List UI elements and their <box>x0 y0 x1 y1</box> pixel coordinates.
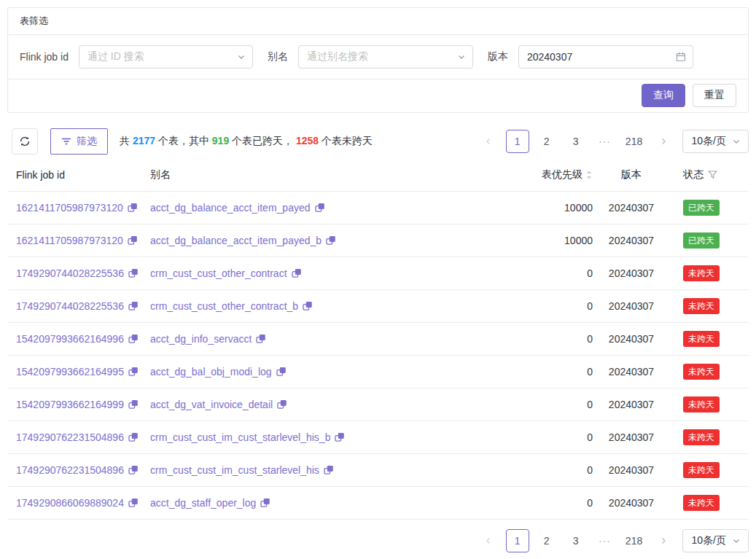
cell-alias: acct_dg_balance_acct_item_payed <box>150 202 498 214</box>
cell-version: 20240307 <box>593 464 670 476</box>
chevron-right-icon <box>659 137 668 146</box>
copy-icon[interactable] <box>128 268 139 278</box>
pagination-top: 123···21810条/页 <box>477 130 749 153</box>
table-row: 1749290744028225536 crm_cust_cust_other_… <box>7 290 749 323</box>
flink-job-id-link[interactable]: 1542097993662164999 <box>16 399 124 410</box>
copy-icon[interactable] <box>128 498 139 508</box>
alias-select[interactable]: 通过别名搜索 <box>298 45 473 69</box>
copy-icon[interactable] <box>324 465 334 475</box>
alias-link[interactable]: acct_dg_vat_invoice_detail <box>150 399 273 410</box>
priority-value: 0 <box>587 267 593 279</box>
copy-icon[interactable] <box>128 301 139 311</box>
table-row: 1749290866069889024 acct_dg_staff_oper_l… <box>7 487 749 520</box>
alias-link[interactable]: acct_dg_bal_obj_modi_log <box>150 366 272 378</box>
flink-job-id-link[interactable]: 1749290866069889024 <box>16 497 124 509</box>
sort-icon[interactable] <box>585 169 593 181</box>
copy-icon[interactable] <box>128 203 138 213</box>
cell-status: 未跨天 <box>670 462 749 478</box>
copy-icon[interactable] <box>128 465 139 475</box>
copy-icon[interactable] <box>128 399 139 410</box>
copy-icon[interactable] <box>260 498 270 508</box>
flink-job-id-link[interactable]: 1749290762231504896 <box>16 464 124 476</box>
header-priority-label: 表优先级 <box>542 168 582 181</box>
pagination-next-button[interactable] <box>652 130 675 153</box>
cell-alias: acct_dg_balance_acct_item_payed_b <box>150 235 498 246</box>
flink-job-id-link[interactable]: 1749290744028225536 <box>16 300 124 312</box>
alias-link[interactable]: crm_cust_cust_im_cust_starlevel_his <box>150 464 319 476</box>
copy-icon[interactable] <box>292 268 302 278</box>
flink-job-id-link[interactable]: 1621411705987973120 <box>16 235 123 246</box>
search-button[interactable]: 查询 <box>642 84 685 107</box>
alias-link[interactable]: crm_cust_cust_im_cust_starlevel_his_b <box>150 431 330 443</box>
page-button-3[interactable]: 3 <box>564 130 588 153</box>
table-row: 1542097993662164995 acct_dg_bal_obj_modi… <box>7 356 749 388</box>
alias-link[interactable]: acct_dg_staff_oper_log <box>150 497 256 509</box>
cell-flink-job-id: 1621411705987973120 <box>7 235 150 246</box>
status-badge: 未跨天 <box>683 495 720 511</box>
page-button-1[interactable]: 1 <box>506 529 529 552</box>
priority-value: 0 <box>587 497 593 509</box>
cell-priority: 0 <box>498 497 593 509</box>
copy-icon[interactable] <box>326 235 336 246</box>
copy-icon[interactable] <box>303 301 313 311</box>
results-table: Flink job id 别名 表优先级 版本 状态 1621411705987… <box>7 159 749 520</box>
flink-job-id-select[interactable]: 通过 ID 搜索 <box>79 45 253 69</box>
page-button-2[interactable]: 2 <box>535 130 558 153</box>
flink-job-id-link[interactable]: 1542097993662164995 <box>16 366 124 378</box>
cell-alias: crm_cust_cust_other_contract <box>150 267 498 279</box>
cell-version: 20240307 <box>593 333 670 345</box>
refresh-button[interactable] <box>12 128 38 155</box>
copy-icon[interactable] <box>128 367 139 377</box>
pagination-ellipsis[interactable]: ··· <box>593 130 617 153</box>
copy-icon[interactable] <box>256 334 266 344</box>
pagination-prev-button[interactable] <box>477 529 500 552</box>
copy-icon[interactable] <box>315 203 325 213</box>
page-size-select[interactable]: 10条/页 <box>682 529 749 552</box>
pagination-prev-button[interactable] <box>477 130 500 153</box>
filter-toggle-button[interactable]: 筛选 <box>50 128 108 155</box>
cell-flink-job-id: 1621411705987973120 <box>7 202 150 214</box>
page-button-3[interactable]: 3 <box>564 529 588 552</box>
table-row: 1621411705987973120 acct_dg_balance_acct… <box>7 224 749 257</box>
status-badge: 未跨天 <box>683 462 720 478</box>
status-badge: 未跨天 <box>683 331 720 347</box>
page-button-2[interactable]: 2 <box>535 529 558 552</box>
reset-button[interactable]: 重置 <box>693 84 736 107</box>
copy-icon[interactable] <box>277 399 287 410</box>
alias-link[interactable]: acct_dg_info_servacct <box>150 333 252 345</box>
cell-status: 未跨天 <box>670 495 749 511</box>
copy-icon[interactable] <box>128 334 139 344</box>
cell-flink-job-id: 1749290744028225536 <box>7 267 150 279</box>
pagination-next-button[interactable] <box>652 529 675 552</box>
flink-job-id-link[interactable]: 1542097993662164996 <box>16 333 124 345</box>
header-status-label: 状态 <box>683 168 704 181</box>
alias-link[interactable]: crm_cust_cust_other_contract_b <box>150 300 298 312</box>
filter-panel: 表筛选 Flink job id 通过 ID 搜索 别名 通过别名搜索 <box>7 7 749 113</box>
cell-status: 未跨天 <box>670 298 749 314</box>
flink-job-id-label: Flink job id <box>20 51 69 63</box>
summary-text: 共 2177 个表，其中 919 个表已跨天， 1258 个表未跨天 <box>120 135 373 148</box>
cell-alias: acct_dg_info_servacct <box>150 333 498 345</box>
funnel-filter-icon[interactable] <box>708 171 717 179</box>
alias-link[interactable]: crm_cust_cust_other_contract <box>150 267 287 279</box>
version-date-input[interactable]: 20240307 <box>518 45 693 69</box>
priority-value: 0 <box>587 399 593 410</box>
page-size-select[interactable]: 10条/页 <box>682 130 749 153</box>
header-alias: 别名 <box>150 168 498 181</box>
alias-link[interactable]: acct_dg_balance_acct_item_payed <box>150 202 311 214</box>
pagination-ellipsis[interactable]: ··· <box>593 529 617 552</box>
copy-icon[interactable] <box>128 432 139 442</box>
cell-status: 未跨天 <box>670 429 749 445</box>
copy-icon[interactable] <box>128 235 138 246</box>
flink-job-id-link[interactable]: 1621411705987973120 <box>16 202 123 214</box>
copy-icon[interactable] <box>276 367 287 377</box>
copy-icon[interactable] <box>335 432 345 442</box>
page-button-218[interactable]: 218 <box>623 529 646 552</box>
flink-job-id-link[interactable]: 1749290744028225536 <box>16 267 124 279</box>
page-button-218[interactable]: 218 <box>623 130 646 153</box>
cell-priority: 0 <box>498 333 593 345</box>
alias-link[interactable]: acct_dg_balance_acct_item_payed_b <box>150 235 322 246</box>
page-button-1[interactable]: 1 <box>506 130 529 153</box>
status-badge: 已跨天 <box>683 200 720 216</box>
flink-job-id-link[interactable]: 1749290762231504896 <box>16 431 124 443</box>
